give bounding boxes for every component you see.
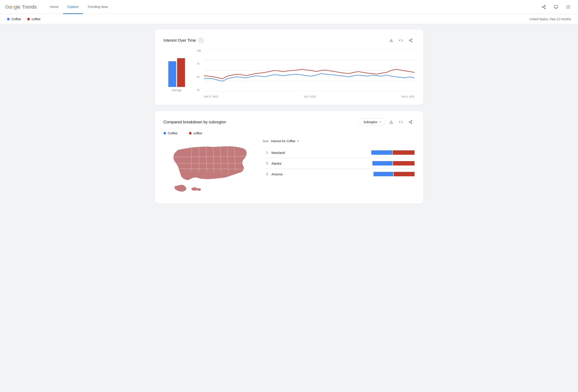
rank-bar-blue-arizona [374,172,393,176]
rank-name-arizona: Arizona [271,172,370,176]
sort-row: Sort: Interest for Coffee [263,139,415,143]
svg-line-20 [410,40,411,40]
svg-point-18 [411,41,412,42]
download-icon-button[interactable] [387,36,395,44]
nav-explore[interactable]: Explore [63,0,83,14]
rank-row-alaska: 2 Alaska [263,158,415,169]
svg-rect-5 [555,5,558,8]
svg-point-11 [569,6,570,7]
svg-point-28 [409,122,410,123]
share-subregion-icon-button[interactable] [407,118,415,126]
coffee-cap-dot [7,18,10,20]
share-chart-icon-button[interactable] [407,36,415,44]
y-label-75: 75 [197,63,203,65]
svg-point-29 [411,123,412,124]
svg-point-42 [191,187,198,191]
legend-coffee-lower: coffee [27,17,41,21]
chart-area: 100 75 50 25 [197,49,415,98]
subregion-label-blue: Coffee [168,131,178,135]
sort-dropdown[interactable]: Interest for Coffee [271,139,300,143]
apps-icon-button[interactable] [564,3,573,11]
svg-point-43 [197,188,201,191]
rank-bar-red-maryland [392,150,415,155]
svg-point-14 [569,8,570,8]
coffee-lower-label: coffee [32,17,41,21]
card-actions-iot [387,36,415,44]
subregion-dropdown-button[interactable]: Subregion [360,118,385,126]
rank-num-1: 1 [263,151,268,154]
embed-subregion-icon-button[interactable] [397,118,405,126]
svg-point-16 [411,39,412,40]
svg-point-1 [542,6,543,7]
subregion-legend-coffee-cap: Coffee [163,131,178,135]
avg-bar-red [177,58,185,87]
legend-coffee-cap: Coffee [7,17,21,21]
y-label-25: 25 [197,89,203,91]
rank-bar-blue-maryland [371,150,392,155]
svg-line-30 [410,122,411,123]
help-icon[interactable]: ? [198,38,203,43]
avg-label: Average [172,89,182,92]
coffee-cap-label: Coffee [11,17,21,21]
rank-name-maryland: Maryland [271,151,368,154]
download-subregion-icon-button[interactable] [387,118,395,126]
svg-point-9 [567,6,568,7]
share-icon-button[interactable] [539,3,548,11]
rank-bar-red-alaska [393,161,415,165]
rank-row-maryland: 1 Maryland [263,147,415,158]
rank-bar-blue-alaska [372,161,392,165]
card-header-iot: Interest Over Time ? [163,36,415,44]
svg-point-6 [567,5,568,6]
coffee-lower-dot [27,18,30,20]
card-title-iot: Interest Over Time [163,38,196,43]
nav-trending-now[interactable]: Trending Now [83,0,112,14]
avg-bar-blue [168,61,176,87]
subregion-dot-blue [163,132,166,135]
x-label-nov: Nov 6, 2022 [402,95,415,98]
svg-line-4 [543,6,544,6]
svg-line-3 [543,7,544,8]
rank-bar-red-arizona [394,172,415,176]
main-content: Interest Over Time ? [144,24,434,215]
svg-point-8 [569,5,570,6]
subregion-body: Sort: Interest for Coffee 1 Maryland [163,139,415,197]
card-actions-subregion: Subregion [360,118,415,126]
main-nav: Home Explore Trending Now [46,0,112,14]
card-title-group: Interest Over Time ? [163,38,203,43]
nav-home[interactable]: Home [46,0,63,14]
rank-num-3: 3 [263,172,268,176]
header-right [539,3,573,11]
logo-google: Google [5,4,20,10]
avg-bars [168,52,185,87]
logo[interactable]: Google Trends [5,4,37,10]
svg-point-2 [544,8,545,9]
legend-bar: Coffee coffee United States, Past 12 mon… [0,14,578,24]
subregion-legend-coffee-lower: coffee [189,131,202,135]
svg-point-17 [409,40,410,41]
x-label-feb: Feb 27, 2022 [204,95,218,98]
svg-point-12 [567,8,568,8]
subregion-legend: Coffee coffee [163,131,415,135]
x-label-jul: Jul 3, 2022 [304,95,316,98]
embed-icon-button[interactable] [397,36,405,44]
sort-chevron-icon [296,139,300,143]
subregion-dot-red [189,132,192,135]
rank-table: 1 Maryland 2 Alaska [263,147,415,179]
chart-container: Average 100 75 50 25 [163,49,415,98]
svg-point-0 [544,5,545,6]
chevron-down-icon [379,120,382,124]
y-label-50: 50 [197,76,203,78]
chart-main: 100 75 50 25 [197,49,415,98]
chart-average: Average [163,52,190,98]
subregion-card: Compared breakdown by subregion Subregio… [155,111,423,204]
subregion-label-red: coffee [193,131,202,135]
x-labels: Feb 27, 2022 Jul 3, 2022 Nov 6, 2022 [204,95,415,98]
logo-trends: Trends [21,4,37,10]
sort-value: Interest for Coffee [271,139,295,143]
rank-bars-alaska [372,161,415,165]
feedback-icon-button[interactable] [552,3,560,11]
list-section: Sort: Interest for Coffee 1 Maryland [263,139,415,197]
rank-bars-arizona [374,172,415,176]
svg-point-7 [568,5,569,6]
rank-name-alaska: Alaska [271,161,369,165]
